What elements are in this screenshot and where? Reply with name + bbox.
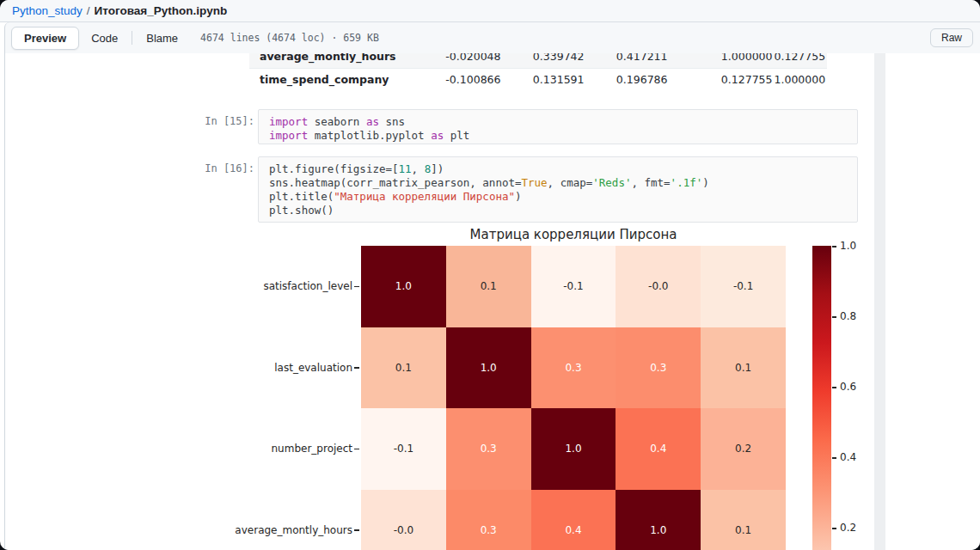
- heatmap-row-label: satisfaction_level: [189, 246, 352, 327]
- browser-window: Python_study / Итоговая_Python.ipynb Pre…: [0, 0, 980, 550]
- colorbar-tick: [832, 387, 836, 388]
- colorbar-tick: [832, 457, 836, 459]
- cell-value: 0.196786: [586, 68, 670, 90]
- heatmap-row-label: average_montly_hours: [189, 490, 352, 550]
- cell-value: 1.000000: [670, 53, 775, 68]
- chart-title: Матрица корреляции Пирсона: [361, 227, 786, 242]
- heatmap-cell: 1.0: [361, 246, 446, 327]
- heatmap-cell: 0.1: [446, 246, 531, 327]
- heatmap-cell: 0.1: [361, 327, 446, 409]
- heatmap-cell: 0.1: [701, 490, 786, 550]
- code-line: import matplotlib.pyplot as plt: [269, 129, 847, 143]
- tab-preview[interactable]: Preview: [11, 27, 79, 50]
- heatmap-cell: 0.4: [531, 490, 616, 550]
- heatmap-cell: -0.1: [701, 246, 786, 327]
- cell-value: 1.000000: [775, 68, 828, 90]
- cell-value: -0.020048: [396, 53, 503, 68]
- heatmap-row-labels: satisfaction_levellast_evaluationnumber_…: [189, 246, 352, 550]
- heatmap-cell: 1.0: [446, 327, 531, 409]
- colorbar-tick: [832, 246, 836, 248]
- row-label: average_montly_hours: [249, 53, 396, 68]
- colorbar-tick-label: 0.2: [840, 522, 856, 534]
- colorbar-tick-label: 0.4: [840, 451, 856, 463]
- colorbar-tick-label: 0.6: [840, 381, 856, 393]
- tab-divider: [132, 31, 132, 45]
- cell-prompt-15: In [15]:: [177, 115, 254, 127]
- breadcrumb: Python_study / Итоговая_Python.ipynb: [0, 0, 980, 22]
- cell-value: 0.127755: [670, 68, 775, 90]
- cell-value: -0.100866: [396, 68, 503, 90]
- heatmap-cell: -0.1: [361, 408, 446, 490]
- view-switcher: Preview Code Blame: [11, 27, 190, 50]
- heatmap-cell: 1.0: [616, 490, 701, 550]
- breadcrumb-separator: /: [87, 4, 90, 17]
- heatmap-cell: 0.3: [616, 327, 701, 409]
- axis-tick: [354, 529, 359, 531]
- correlation-table: average_montly_hours-0.0200480.3397420.4…: [249, 53, 827, 90]
- file-toolbar: Preview Code Blame 4674 lines (4674 loc)…: [4, 22, 980, 54]
- code-line: plt.figure(figsize=[11, 8]): [269, 162, 847, 176]
- colorbar-tick: [832, 528, 836, 529]
- heatmap-cell: 1.0: [531, 408, 616, 490]
- notebook-preview: average_montly_hours-0.0200480.3397420.4…: [5, 53, 980, 550]
- colorbar-tick-label: 0.8: [840, 310, 856, 322]
- cell-prompt-16: In [16]:: [177, 162, 254, 174]
- code-cell-15: import seaborn as snsimport matplotlib.p…: [258, 109, 858, 144]
- heatmap-cell: 0.4: [616, 408, 701, 490]
- heatmap: 1.00.1-0.1-0.0-0.10.11.00.30.30.1-0.10.3…: [361, 246, 786, 550]
- table-row: average_montly_hours-0.0200480.3397420.4…: [249, 53, 827, 68]
- axis-tick: [354, 286, 359, 288]
- heatmap-cell: 0.3: [446, 408, 531, 490]
- raw-button[interactable]: Raw: [930, 28, 973, 47]
- tab-code[interactable]: Code: [79, 28, 130, 49]
- heatmap-cell: -0.0: [361, 490, 446, 550]
- code-line: plt.show(): [269, 204, 847, 217]
- axis-tick: [354, 449, 359, 450]
- cell-value: 0.339742: [503, 53, 586, 68]
- tab-blame[interactable]: Blame: [134, 28, 190, 49]
- cell-value: 0.417211: [586, 53, 670, 68]
- heatmap-cell: -0.1: [531, 246, 616, 327]
- breadcrumb-file-name: Итоговая_Python.ipynb: [95, 4, 228, 17]
- code-line: plt.title("Матрица корреляции Пирсона"): [269, 190, 847, 204]
- heatmap-cell: 0.3: [531, 327, 616, 409]
- heatmap-row-label: last_evaluation: [189, 327, 352, 409]
- axis-tick: [354, 367, 359, 369]
- code-line: import seaborn as sns: [269, 115, 847, 129]
- colorbar-tick: [832, 316, 836, 318]
- heatmap-cell: -0.0: [616, 246, 701, 327]
- heatmap-row-label: number_project: [189, 408, 352, 490]
- colorbar-tick-label: 1.0: [840, 240, 856, 252]
- file-info: 4674 lines (4674 loc) · 659 KB: [200, 32, 379, 44]
- heatmap-cell: 0.1: [701, 327, 786, 409]
- colorbar: [812, 246, 831, 550]
- heatmap-cell: 0.3: [446, 490, 531, 550]
- row-label: time_spend_company: [249, 68, 396, 90]
- cell-value: 0.127755: [775, 53, 828, 68]
- table-row: time_spend_company-0.1008660.1315910.196…: [249, 68, 827, 90]
- notebook-scrollbar[interactable]: [874, 53, 885, 550]
- code-cell-16: plt.figure(figsize=[11, 8])sns.heatmap(c…: [258, 156, 858, 223]
- heatmap-cell: 0.2: [701, 408, 786, 490]
- cell-value: 0.131591: [503, 68, 586, 90]
- code-line: sns.heatmap(corr_matrix_pearson, annot=T…: [269, 176, 847, 190]
- breadcrumb-repo-link[interactable]: Python_study: [12, 4, 83, 17]
